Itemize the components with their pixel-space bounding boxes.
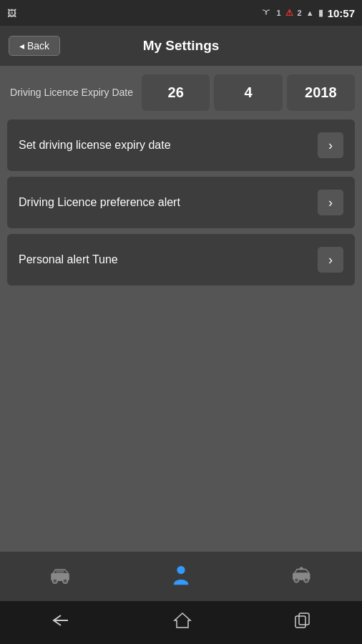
tab-car-home[interactable] [241,552,362,601]
date-picker-row: Driving Licence Expiry Date 26 4 2018 [7,74,355,111]
wifi-icon [260,8,272,19]
menu-item-set-expiry-label: Set driving license expiry date [19,139,171,152]
date-fields: 26 4 2018 [142,74,355,111]
chevron-icon-preference-alert: › [318,190,343,215]
alert-icon: ⚠ [285,8,293,18]
sim-1-icon: 1 [276,9,280,17]
person-icon [172,565,190,589]
android-home-button[interactable] [173,612,192,633]
chevron-icon-set-expiry: › [318,132,343,158]
year-field[interactable]: 2018 [287,74,355,111]
chevron-icon-personal-tune: › [318,247,343,273]
status-bar-left: 🖼 [7,8,16,19]
android-nav-bar [0,601,362,644]
tab-car[interactable] [0,552,121,601]
image-icon: 🖼 [7,8,16,19]
car-home-icon [290,565,313,588]
tab-person[interactable] [121,552,242,601]
page-title: My Settings [143,38,220,54]
svg-point-4 [177,565,185,573]
svg-rect-10 [295,616,305,628]
svg-rect-11 [299,613,309,625]
status-bar: 🖼 1 ⚠ 2 ▲ ▮ 10:57 [0,0,362,26]
android-recent-button[interactable] [294,612,311,633]
date-label: Driving Licence Expiry Date [7,86,136,99]
svg-point-2 [63,578,67,582]
status-time: 10:57 [328,7,355,19]
main-content: Driving Licence Expiry Date 26 4 2018 Se… [0,66,362,300]
menu-item-preference-alert-label: Driving Licence preference alert [19,196,180,209]
sim-2-icon: 2 [298,9,302,17]
svg-point-6 [294,577,298,582]
menu-item-personal-tune[interactable]: Personal alert Tune › [7,234,355,286]
menu-item-preference-alert[interactable]: Driving Licence preference alert › [7,177,355,228]
back-arrow-icon: ◂ [19,40,24,52]
svg-point-1 [53,578,57,582]
menu-item-personal-tune-label: Personal alert Tune [19,253,118,266]
back-label: Back [27,40,49,52]
day-field[interactable]: 26 [142,74,210,111]
month-field[interactable]: 4 [214,74,282,111]
tab-bar [0,551,362,601]
nav-bar: ◂ Back My Settings [0,26,362,66]
status-bar-right: 1 ⚠ 2 ▲ ▮ 10:57 [260,7,355,19]
android-back-button[interactable] [51,613,71,633]
menu-item-set-expiry[interactable]: Set driving license expiry date › [7,119,355,171]
back-button[interactable]: ◂ Back [9,36,60,56]
svg-point-7 [304,577,308,582]
battery-icon: ▮ [318,8,323,18]
car-icon [49,565,72,588]
signal-icon: ▲ [306,9,314,17]
svg-rect-8 [300,567,303,569]
svg-rect-3 [57,570,64,572]
